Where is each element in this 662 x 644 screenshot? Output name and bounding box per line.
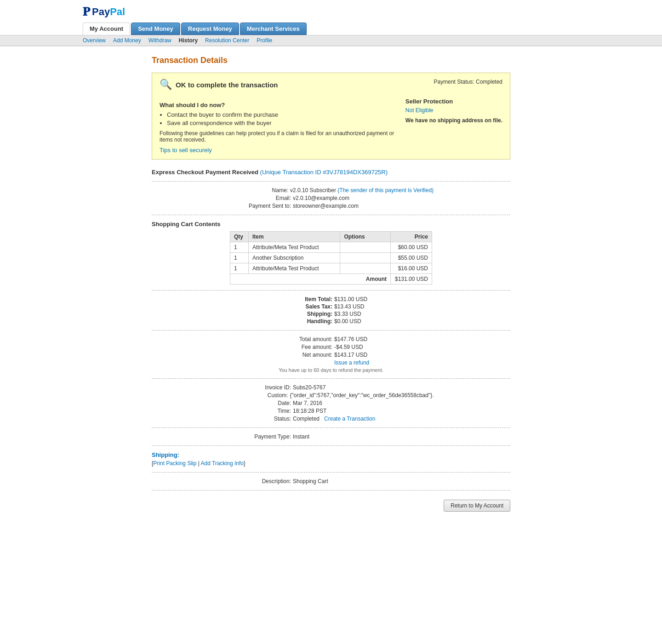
email-value: v2.0.10@example.com: [293, 195, 431, 201]
cell-options: [340, 242, 391, 253]
payment-type-label: Payment Type:: [231, 433, 291, 440]
shipping-row: Shipping: $3.33 USD: [152, 311, 510, 317]
invoice-id-value: Subs20-5767: [293, 384, 431, 391]
sub-tab-history[interactable]: History: [179, 37, 198, 44]
handling-value: $0.00 USD: [334, 318, 389, 325]
main-nav: My Account Send Money Request Money Merc…: [0, 23, 662, 35]
sub-tab-add-money[interactable]: Add Money: [113, 37, 141, 44]
what-todo-heading: What should I do now?: [160, 102, 396, 108]
description-label: Description:: [231, 478, 291, 484]
tab-merchant-services[interactable]: Merchant Services: [240, 23, 307, 35]
name-row: Name: v2.0.10 Subscriber (The sender of …: [152, 187, 510, 194]
totals-section: Total amount: $147.76 USD Fee amount: -$…: [152, 336, 510, 373]
amount-value: $131.00 USD: [391, 274, 432, 285]
sub-nav: Overview Add Money Withdraw History Reso…: [0, 35, 662, 46]
not-eligible-link[interactable]: Not Eligible: [405, 107, 434, 114]
payment-sent-label: Payment Sent to:: [231, 203, 291, 209]
status-completed: Completed: [293, 416, 320, 422]
table-row: 1 Attribute/Meta Test Product $60.00 USD: [230, 242, 432, 253]
summary-section: Item Total: $131.00 USD Sales Tax: $13.4…: [152, 296, 510, 325]
cell-item: Another Subscription: [248, 253, 340, 263]
custom-row: Custom: {"order_id":5767,"order_key":"wc…: [152, 392, 510, 399]
col-options: Options: [340, 232, 391, 242]
email-label: Email:: [231, 195, 291, 201]
cell-options: [340, 253, 391, 263]
add-tracking-link[interactable]: Add Tracking Info: [201, 460, 244, 467]
col-price: Price: [391, 232, 432, 242]
seller-protection: Seller Protection Not Eligible We have n…: [405, 98, 502, 154]
total-amount-value: $147.76 USD: [334, 336, 389, 342]
payment-type-value: Instant: [293, 433, 431, 440]
refund-spacer: [273, 359, 332, 366]
refund-row: Issue a refund: [152, 359, 510, 366]
cell-price: $55.00 USD: [391, 253, 432, 263]
tips-link[interactable]: Tips to sell securely: [160, 147, 212, 154]
status-row: Status: Completed Create a Transaction: [152, 416, 510, 422]
issue-refund-link[interactable]: Issue a refund: [334, 359, 369, 366]
no-shipping-text: We have no shipping address on file.: [405, 117, 502, 124]
divider-8: [152, 472, 510, 473]
divider-9: [152, 490, 510, 490]
sub-tab-resolution-center[interactable]: Resolution Center: [205, 37, 249, 44]
description-value: Shopping Cart: [293, 478, 431, 484]
cart-table-wrap: Qty Item Options Price 1 Attribute/Meta …: [152, 231, 510, 285]
name-value: v2.0.10 Subscriber (The sender of this p…: [290, 187, 434, 194]
name-label: Name:: [228, 187, 288, 194]
sub-tab-overview[interactable]: Overview: [83, 37, 106, 44]
item-total-value: $131.00 USD: [334, 296, 389, 302]
cell-item: Attribute/Meta Test Product: [248, 242, 340, 253]
payment-status-label: Payment Status:: [434, 79, 474, 85]
item-total-label: Item Total:: [273, 296, 332, 302]
seller-protection-title: Seller Protection: [405, 98, 502, 105]
return-button[interactable]: Return to My Account: [444, 500, 510, 512]
create-transaction-link[interactable]: Create a Transaction: [324, 416, 375, 422]
description-row: Description: Shopping Cart: [152, 478, 510, 484]
payment-status: Payment Status: Completed: [420, 79, 502, 91]
divider-3: [152, 290, 510, 291]
refund-note: You have up to 60 days to refund the pay…: [152, 367, 510, 373]
tab-request-money[interactable]: Request Money: [181, 23, 239, 35]
cell-qty: 1: [230, 242, 249, 253]
table-row: 1 Another Subscription $55.00 USD: [230, 253, 432, 263]
status-value: Completed Create a Transaction: [293, 416, 431, 422]
net-amount-row: Net amount: $143.17 USD: [152, 352, 510, 358]
handling-row: Handling: $0.00 USD: [152, 318, 510, 325]
print-packing-link[interactable]: Print Packing Slip: [153, 460, 196, 467]
sub-tab-profile[interactable]: Profile: [257, 37, 272, 44]
logo: 𝐏 PayPal: [83, 5, 662, 19]
payment-type-row: Payment Type: Instant: [152, 433, 510, 440]
tab-my-account[interactable]: My Account: [83, 23, 130, 35]
status-header: 🔍 OK to complete the transaction Payment…: [160, 79, 502, 91]
fee-amount-value: -$4.59 USD: [334, 344, 389, 350]
txn-header-paren: (Unique Transaction ID #3VJ78194DX369725…: [260, 169, 388, 176]
divider-6: [152, 427, 510, 428]
fee-amount-label: Fee amount:: [273, 344, 332, 350]
payment-sent-row: Payment Sent to: storeowner@example.com: [152, 203, 510, 209]
page-title: Transaction Details: [152, 56, 510, 65]
date-value: Mar 7, 2016: [293, 400, 431, 406]
tab-send-money[interactable]: Send Money: [131, 23, 180, 35]
col-item: Item: [248, 232, 340, 242]
shipping-links: [Print Packing Slip | Add Tracking Info]: [152, 460, 510, 467]
invoice-id-label: Invoice ID:: [231, 384, 291, 391]
total-amount-row: Total amount: $147.76 USD: [152, 336, 510, 342]
cart-table: Qty Item Options Price 1 Attribute/Meta …: [230, 231, 432, 285]
invoice-id-row: Invoice ID: Subs20-5767: [152, 384, 510, 391]
bullet-2: Save all correspondence with the buyer: [167, 120, 396, 126]
refund-link-cell: Issue a refund: [334, 359, 389, 366]
cell-item: Attribute/Meta Test Product: [248, 263, 340, 274]
email-row: Email: v2.0.10@example.com: [152, 195, 510, 201]
date-row: Date: Mar 7, 2016: [152, 400, 510, 406]
item-total-row: Item Total: $131.00 USD: [152, 296, 510, 302]
status-note: Following these guidelines can help prot…: [160, 130, 396, 143]
status-label: Status:: [231, 416, 291, 422]
sales-tax-label: Sales Tax:: [273, 303, 332, 310]
total-amount-label: Total amount:: [273, 336, 332, 342]
bullet-1: Contact the buyer to confirm the purchas…: [167, 111, 396, 118]
logo-area: 𝐏 PayPal: [0, 5, 662, 23]
cell-qty: 1: [230, 263, 249, 274]
cart-tbody: 1 Attribute/Meta Test Product $60.00 USD…: [230, 242, 432, 274]
sub-tab-withdraw[interactable]: Withdraw: [148, 37, 171, 44]
custom-value: {"order_id":5767,"order_key":"wc_order_5…: [290, 392, 434, 399]
time-row: Time: 18:18:28 PST: [152, 408, 510, 414]
